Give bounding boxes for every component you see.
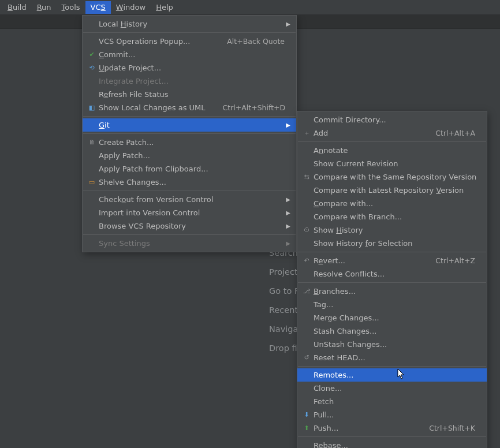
history-icon: ⏲ [301, 226, 312, 235]
menu-item-show-current-revision[interactable]: Show Current Revision [297, 157, 487, 170]
menu-item-add[interactable]: ＋ Add Ctrl+Alt+A [297, 126, 487, 140]
menu-item-git[interactable]: Git ▶ [83, 118, 296, 132]
menu-item-commit-directory[interactable]: Commit Directory... [297, 113, 487, 126]
push-icon: ⬆ [301, 424, 312, 433]
revert-icon: ↶ [301, 256, 312, 266]
uml-icon: ◧ [86, 103, 98, 113]
menu-vcs[interactable]: VCS [85, 1, 111, 14]
submenu-arrow-icon: ▶ [285, 240, 290, 247]
menu-item-create-patch[interactable]: 🗎 Create Patch... [83, 136, 296, 149]
pull-icon: ⬇ [301, 410, 312, 420]
menu-tools[interactable]: Tools [57, 1, 85, 14]
menu-separator [298, 141, 486, 142]
menu-item-apply-patch[interactable]: Apply Patch... [83, 149, 296, 162]
patch-icon: 🗎 [86, 138, 98, 147]
shortcut-label: Alt+Back Quote [227, 37, 285, 46]
menu-item-update-project[interactable]: ⟲ Update Project... [83, 61, 296, 74]
submenu-arrow-icon: ▶ [285, 223, 290, 229]
menu-item-refresh-status[interactable]: Refresh File Status [83, 88, 296, 101]
shortcut-label: Ctrl+Shift+K [429, 424, 475, 432]
menu-run[interactable]: Run [32, 1, 57, 14]
menu-item-sync-settings: Sync Settings ▶ [83, 237, 296, 250]
menu-separator [298, 282, 486, 283]
menu-item-commit[interactable]: ✔ Commit... [83, 48, 296, 61]
git-submenu: Commit Directory... ＋ Add Ctrl+Alt+A Ann… [297, 111, 487, 448]
menu-item-browse-vcs[interactable]: Browse VCS Repository ▶ [83, 219, 296, 233]
blank-icon [86, 20, 98, 29]
commit-icon: ✔ [86, 50, 98, 59]
submenu-arrow-icon: ▶ [285, 196, 290, 203]
menu-item-rebase[interactable]: Rebase... [297, 439, 487, 448]
add-icon: ＋ [301, 129, 312, 138]
menu-item-merge[interactable]: Merge Changes... [297, 311, 487, 324]
menu-item-pull[interactable]: ⬇ Pull... [297, 408, 487, 421]
menu-item-reset-head[interactable]: ↺ Reset HEAD... [297, 351, 487, 364]
menu-separator [298, 366, 486, 367]
menu-separator [83, 116, 296, 117]
menu-item-revert[interactable]: ↶ Revert... Ctrl+Alt+Z [297, 254, 487, 267]
menu-item-tag[interactable]: Tag... [297, 298, 487, 311]
menu-separator [83, 234, 296, 235]
menu-item-show-history-selection[interactable]: Show History for Selection [297, 237, 487, 250]
menu-help[interactable]: Help [151, 1, 178, 14]
menu-separator [298, 252, 486, 252]
diff-icon: ⇆ [301, 173, 312, 182]
menu-separator [83, 32, 296, 33]
menu-separator [298, 436, 486, 437]
submenu-arrow-icon: ▶ [285, 21, 290, 27]
menu-item-compare-branch[interactable]: Compare with Branch... [297, 210, 487, 223]
menu-item-fetch[interactable]: Fetch [297, 395, 487, 408]
shortcut-label: Ctrl+Alt+Z [435, 256, 475, 265]
menu-item-shelve[interactable]: ▭ Shelve Changes... [83, 176, 296, 189]
menu-item-show-history[interactable]: ⏲ Show History [297, 223, 487, 237]
menu-item-resolve-conflicts[interactable]: Resolve Conflicts... [297, 267, 487, 281]
menu-separator [83, 191, 296, 191]
menu-item-import-vcs[interactable]: Import into Version Control ▶ [83, 206, 296, 219]
menu-item-push[interactable]: ⬆ Push... Ctrl+Shift+K [297, 421, 487, 435]
menu-item-apply-patch-clipboard[interactable]: Apply Patch from Clipboard... [83, 162, 296, 176]
menu-item-annotate[interactable]: Annotate [297, 144, 487, 157]
menu-item-stash[interactable]: Stash Changes... [297, 324, 487, 338]
menu-item-vcs-ops-popup[interactable]: VCS Operations Popup... Alt+Back Quote [83, 35, 296, 48]
menubar: Build Run Tools VCS Window Help [0, 0, 500, 15]
menu-item-compare-latest-repo[interactable]: Compare with Latest Repository Version [297, 184, 487, 197]
menu-item-compare-same-repo[interactable]: ⇆ Compare with the Same Repository Versi… [297, 170, 487, 184]
shortcut-label: Ctrl+Alt+Shift+D [223, 103, 286, 112]
update-icon: ⟲ [86, 64, 98, 73]
menu-item-local-history[interactable]: Local History ▶ [83, 17, 296, 31]
reset-icon: ↺ [301, 353, 312, 363]
vcs-dropdown: Local History ▶ VCS Operations Popup... … [82, 15, 297, 252]
menu-item-clone[interactable]: Clone... [297, 382, 487, 395]
menu-item-remotes[interactable]: Remotes... [297, 368, 487, 382]
menu-item-show-uml[interactable]: ◧ Show Local Changes as UML Ctrl+Alt+Shi… [83, 101, 296, 114]
mouse-cursor-icon [397, 368, 405, 380]
submenu-arrow-icon: ▶ [285, 122, 290, 128]
menu-item-integrate-project: Integrate Project... [83, 74, 296, 88]
menu-window[interactable]: Window [111, 1, 151, 14]
menu-item-branches[interactable]: ⎇ Branches... [297, 285, 487, 298]
menu-separator [83, 133, 296, 134]
shelve-icon: ▭ [86, 178, 98, 187]
menu-item-unstash[interactable]: UnStash Changes... [297, 338, 487, 351]
shortcut-label: Ctrl+Alt+A [435, 129, 475, 137]
menu-item-compare-with[interactable]: Compare with... [297, 197, 487, 210]
branch-icon: ⎇ [301, 287, 312, 296]
menu-build[interactable]: Build [2, 1, 32, 14]
menu-item-checkout-vcs[interactable]: Checkout from Version Control ▶ [83, 193, 296, 206]
submenu-arrow-icon: ▶ [285, 210, 290, 216]
